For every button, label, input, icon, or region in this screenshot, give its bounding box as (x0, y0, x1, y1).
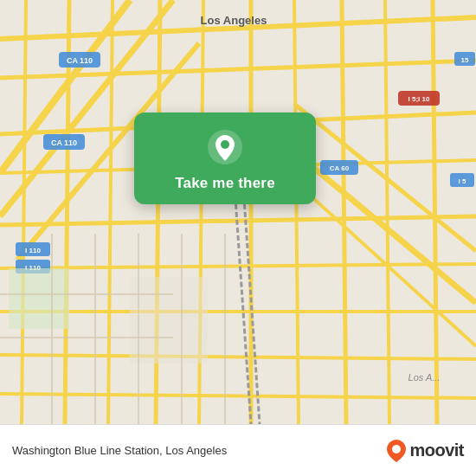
moovit-logo: moovit (387, 440, 464, 462)
moovit-pin-icon (387, 440, 406, 462)
station-name: Washington Blue Line Station, Los Angele… (12, 444, 227, 457)
svg-text:CA 60: CA 60 (330, 164, 350, 172)
bottom-bar: Washington Blue Line Station, Los Angele… (0, 424, 476, 476)
svg-text:CA 110: CA 110 (51, 138, 77, 147)
svg-text:Los Angeles: Los Angeles (201, 14, 267, 27)
svg-text:I 5: I 5 (459, 177, 466, 185)
svg-text:I 5;I 10: I 5;I 10 (408, 95, 430, 103)
station-info: Washington Blue Line Station, Los Angele… (12, 444, 227, 457)
map-area: CA 110 CA 110 I 110 I 110 CA 60 I 5;I 10… (0, 0, 476, 424)
svg-text:Los A...: Los A... (408, 372, 441, 383)
moovit-brand-text: moovit (409, 441, 464, 460)
svg-point-58 (392, 445, 401, 453)
svg-point-57 (221, 140, 229, 149)
svg-rect-45 (9, 268, 69, 329)
svg-text:I 110: I 110 (25, 247, 41, 254)
map-svg: CA 110 CA 110 I 110 I 110 CA 60 I 5;I 10… (0, 0, 476, 424)
svg-text:15: 15 (461, 56, 469, 64)
take-me-there-button[interactable]: Take me there (175, 175, 275, 192)
location-card[interactable]: Take me there (134, 113, 316, 204)
location-pin-icon (206, 128, 244, 166)
svg-rect-46 (130, 277, 208, 363)
svg-text:CA 110: CA 110 (67, 56, 93, 65)
